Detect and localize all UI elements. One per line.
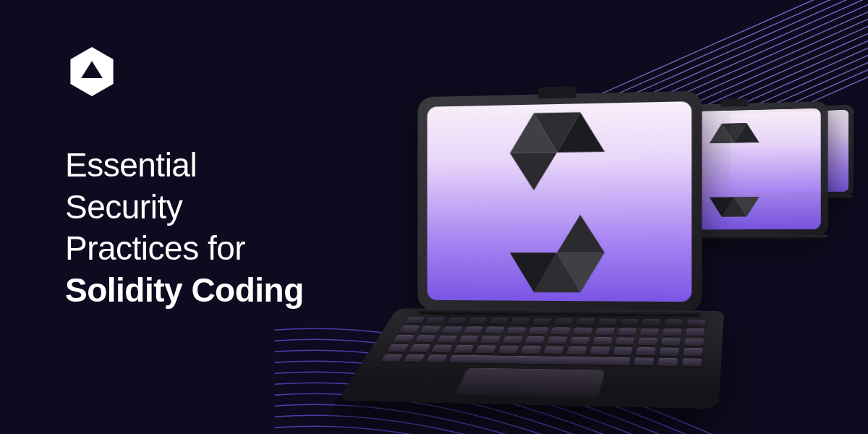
headline-line-1: Essential xyxy=(65,145,304,187)
svg-marker-13 xyxy=(557,215,605,253)
svg-marker-11 xyxy=(557,252,605,292)
laptop-front xyxy=(417,91,702,312)
laptop-illustration xyxy=(383,51,846,434)
svg-marker-8 xyxy=(557,111,605,152)
solidity-logo-icon xyxy=(497,111,618,293)
laptop-keyboard xyxy=(380,317,705,366)
svg-marker-9 xyxy=(510,153,557,191)
headline-line-4: Solidity Coding xyxy=(65,270,304,312)
laptop-trackpad xyxy=(455,368,605,398)
hero-headline: Essential Security Practices for Solidit… xyxy=(65,145,304,311)
headline-line-2: Security xyxy=(65,187,304,229)
brand-logo-icon xyxy=(65,45,119,98)
headline-line-3: Practices for xyxy=(65,228,304,270)
solidity-logo-icon xyxy=(702,122,767,217)
